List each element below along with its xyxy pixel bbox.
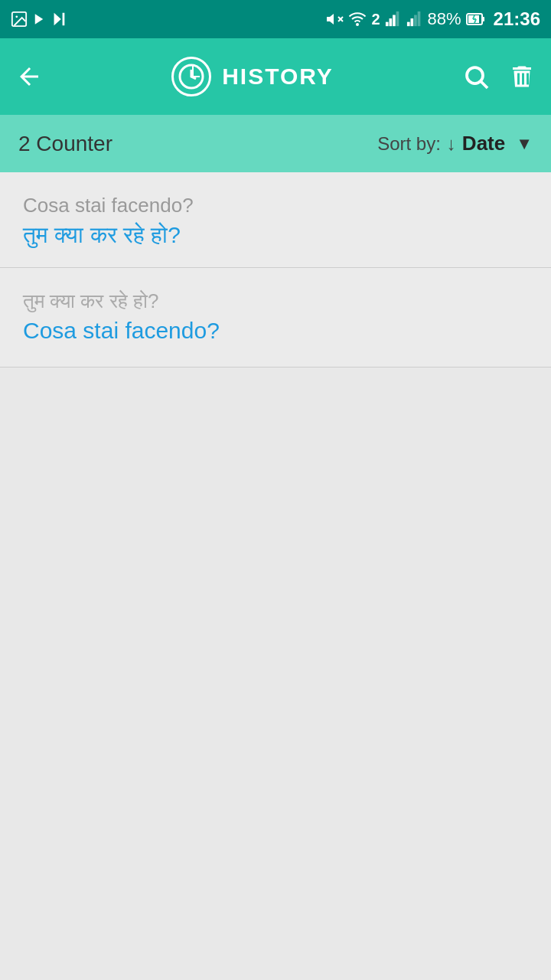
image-icon bbox=[11, 11, 28, 28]
app-bar: HISTORY bbox=[0, 38, 551, 115]
source-text-2: तुम क्या कर रहे हो? bbox=[23, 289, 528, 313]
signal2-icon bbox=[406, 11, 423, 28]
dropdown-arrow-icon[interactable]: ▼ bbox=[516, 134, 533, 154]
sort-value: Date bbox=[462, 132, 505, 155]
battery-icon bbox=[466, 12, 486, 26]
source-text-1: Cosa stai facendo? bbox=[23, 194, 528, 217]
svg-line-24 bbox=[481, 82, 487, 88]
svg-rect-10 bbox=[393, 15, 396, 27]
target-text-2: Cosa stai facendo? bbox=[23, 318, 528, 344]
sim2-badge: 2 bbox=[371, 11, 380, 28]
app-bar-center: HISTORY bbox=[171, 57, 334, 96]
status-icons-left bbox=[11, 11, 67, 28]
svg-rect-13 bbox=[410, 18, 413, 26]
wifi-icon bbox=[348, 10, 367, 28]
svg-rect-11 bbox=[396, 11, 399, 26]
play-icon bbox=[32, 11, 46, 28]
battery-percent: 88% bbox=[428, 9, 461, 29]
sort-bar: 2 Counter Sort by: ↓ Date ▼ bbox=[0, 115, 551, 172]
history-item[interactable]: तुम क्या कर रहे हो? Cosa stai facendo? bbox=[0, 268, 551, 368]
sort-by-label: Sort by: bbox=[377, 133, 441, 155]
svg-rect-17 bbox=[482, 17, 484, 21]
history-list: Cosa stai facendo? तुम क्या कर रहे हो? त… bbox=[0, 172, 551, 368]
target-text-1: तुम क्या कर रहे हो? bbox=[23, 222, 528, 249]
svg-rect-12 bbox=[406, 22, 409, 26]
search-button[interactable] bbox=[462, 63, 490, 90]
svg-rect-8 bbox=[385, 22, 388, 26]
sort-direction-icon: ↓ bbox=[447, 133, 456, 155]
signal-icon bbox=[385, 11, 402, 28]
svg-point-1 bbox=[15, 15, 18, 18]
sort-controls[interactable]: Sort by: ↓ Date ▼ bbox=[377, 132, 533, 155]
svg-rect-15 bbox=[417, 11, 420, 26]
history-item[interactable]: Cosa stai facendo? तुम क्या कर रहे हो? bbox=[0, 172, 551, 268]
status-bar: 2 88% 21:36 bbox=[0, 0, 551, 38]
svg-marker-2 bbox=[35, 14, 44, 24]
svg-rect-14 bbox=[414, 15, 417, 27]
svg-point-23 bbox=[467, 67, 483, 83]
mute-icon bbox=[325, 10, 344, 28]
svg-rect-9 bbox=[389, 18, 392, 26]
time-display: 21:36 bbox=[494, 8, 540, 30]
counter-label: 2 Counter bbox=[18, 132, 112, 156]
back-button[interactable] bbox=[15, 63, 43, 90]
svg-point-22 bbox=[180, 65, 203, 88]
delete-button[interactable] bbox=[508, 63, 536, 90]
clock-icon bbox=[171, 57, 211, 96]
skip-icon bbox=[51, 11, 67, 28]
svg-marker-3 bbox=[54, 13, 61, 26]
svg-rect-4 bbox=[63, 13, 65, 26]
app-title: HISTORY bbox=[222, 64, 334, 90]
svg-point-7 bbox=[357, 24, 358, 25]
status-icons-right: 2 88% 21:36 bbox=[325, 8, 540, 30]
